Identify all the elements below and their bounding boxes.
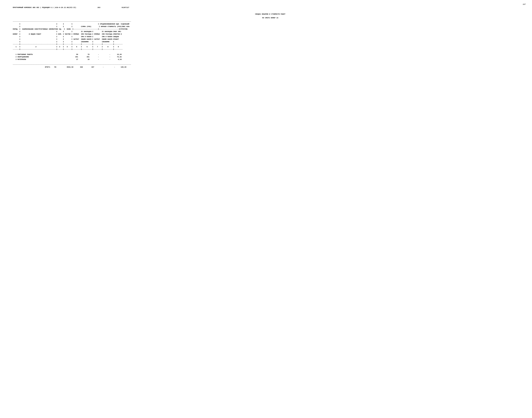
total-row: ИТОГО: М3 9594,50 368 397 - - 100,00 xyxy=(13,66,127,68)
title-1: СВОДКА ОБЪЕМОВ И СТОИМОСТИ РАБОТ xyxy=(222,13,318,15)
hdr-l5: I I I I IС НАКЛАДНЫ-I IС НАКЛАДНЫ-IНЫХ Э… xyxy=(13,31,122,33)
hdr-sep: ----------------------------------------… xyxy=(13,21,131,22)
meta-row: ПРОГРАММНЫЙ КОМПЛЕКС АВС-3ЕС ( РЕДАКЦИЯ … xyxy=(13,6,528,9)
table-row: 1 МОНТАЖНЫЕ РАБОТЫ 50 78 - - 19,65 xyxy=(13,54,122,55)
hdr-l2: I I I I I СРЕДНЕВЗВЕШЕННАЯ ЕДИ- IУДЕЛЬНЫ… xyxy=(13,23,129,25)
title-2: ПО СМЕТЕ НОМЕР 16 xyxy=(222,17,318,19)
doc-number: 263 xyxy=(97,6,100,9)
hdr-l9: I I I I IЛЕНИЯМИ I IЛЕНИЯМИ I xyxy=(13,41,114,43)
handwritten-page-number: 117 xyxy=(523,3,526,6)
program-label: ПРОГРАММНЫЙ КОМПЛЕКС АВС-3ЕС ( РЕДАКЦИЯ … xyxy=(13,6,76,9)
hdr-l7: I I I I IМИ И ПЛАНО-I IМИ И ПЛАНО-IВИДОВ xyxy=(13,36,119,37)
hdr-l3: .I I I I СУММА (РУБ) I НИЧНАЯ СТОИМОСТЬ … xyxy=(13,26,130,27)
hdr-l6: НОМЕР I И ВИДОВ РАБОТ I ИЗМ. I ЧЕСТВО I … xyxy=(13,33,122,35)
code-number: 91207127 xyxy=(122,6,129,9)
hdr-sep2: -------I--------------------------------… xyxy=(13,43,123,45)
table-row: 3 МАТЕРИАЛЫ 17 18 - - 4,53 xyxy=(13,59,122,60)
hdr-sep3: -------I--------------------------------… xyxy=(13,48,123,50)
sep-before-total: ----------------------------------------… xyxy=(13,64,131,65)
hdr-l8: I I I I ЗАТРАТ IВЫМИ НАКОП-I ЗАТРАТ IВЫМ… xyxy=(13,38,119,40)
hdr-cols: 1 I 2 I 3 I 4 I 5 I 6 I 7 I 8 I 9 xyxy=(13,46,119,48)
table-row: 2 ОБОРУДОВАНИЕ 301 301 - - 75,82 xyxy=(13,56,122,58)
hdr-l4: ПОРЯД. I НАИМЕНОВАНИЕ КОНСТРУКТИВНЫХ ЭЛЕ… xyxy=(13,28,128,30)
report-table: ----------------------------------------… xyxy=(13,20,528,69)
